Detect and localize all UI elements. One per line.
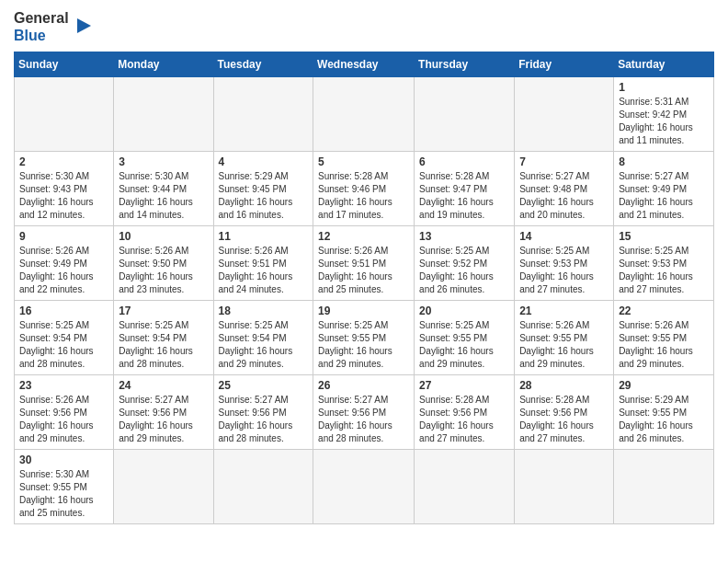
calendar-day-cell (415, 77, 515, 152)
weekday-header-row: SundayMondayTuesdayWednesdayThursdayFrid… (15, 52, 714, 77)
calendar-day-cell: 10Sunrise: 5:26 AM Sunset: 9:50 PM Dayli… (114, 226, 213, 301)
calendar-day-cell (313, 450, 415, 524)
day-info: Sunrise: 5:25 AM Sunset: 9:55 PM Dayligh… (318, 319, 409, 371)
day-info: Sunrise: 5:25 AM Sunset: 9:53 PM Dayligh… (519, 245, 609, 296)
calendar-day-cell: 30Sunrise: 5:30 AM Sunset: 9:55 PM Dayli… (15, 450, 114, 524)
day-info: Sunrise: 5:28 AM Sunset: 9:46 PM Dayligh… (318, 170, 409, 222)
calendar-day-cell: 24Sunrise: 5:27 AM Sunset: 9:56 PM Dayli… (114, 375, 213, 450)
day-number: 7 (519, 155, 609, 168)
day-number: 24 (119, 379, 208, 392)
calendar-day-cell: 3Sunrise: 5:30 AM Sunset: 9:44 PM Daylig… (114, 152, 213, 226)
day-number: 27 (419, 379, 509, 392)
calendar-week-row: 30Sunrise: 5:30 AM Sunset: 9:55 PM Dayli… (15, 450, 714, 524)
calendar-table: SundayMondayTuesdayWednesdayThursdayFrid… (14, 52, 714, 524)
day-number: 5 (318, 155, 409, 168)
calendar-day-cell: 12Sunrise: 5:26 AM Sunset: 9:51 PM Dayli… (313, 226, 415, 301)
calendar-week-row: 9Sunrise: 5:26 AM Sunset: 9:49 PM Daylig… (15, 226, 714, 301)
calendar-day-cell: 5Sunrise: 5:28 AM Sunset: 9:46 PM Daylig… (313, 152, 415, 226)
calendar-day-cell: 7Sunrise: 5:27 AM Sunset: 9:48 PM Daylig… (515, 152, 614, 226)
day-number: 17 (119, 304, 208, 317)
day-info: Sunrise: 5:27 AM Sunset: 9:49 PM Dayligh… (619, 170, 709, 222)
day-number: 19 (318, 304, 409, 317)
calendar-day-cell: 21Sunrise: 5:26 AM Sunset: 9:55 PM Dayli… (515, 301, 614, 375)
day-number: 29 (619, 379, 709, 392)
calendar-day-cell (515, 450, 614, 524)
calendar-day-cell (313, 77, 415, 152)
day-info: Sunrise: 5:26 AM Sunset: 9:49 PM Dayligh… (19, 245, 108, 296)
day-info: Sunrise: 5:28 AM Sunset: 9:47 PM Dayligh… (419, 170, 509, 222)
day-number: 8 (619, 155, 709, 168)
day-number: 9 (19, 230, 108, 243)
calendar-day-cell: 14Sunrise: 5:25 AM Sunset: 9:53 PM Dayli… (515, 226, 614, 301)
calendar-day-cell: 1Sunrise: 5:31 AM Sunset: 9:42 PM Daylig… (614, 77, 714, 152)
day-info: Sunrise: 5:30 AM Sunset: 9:44 PM Dayligh… (119, 170, 208, 222)
day-info: Sunrise: 5:27 AM Sunset: 9:56 PM Dayligh… (318, 394, 409, 445)
day-number: 6 (419, 155, 509, 168)
day-number: 30 (19, 454, 108, 466)
day-info: Sunrise: 5:27 AM Sunset: 9:48 PM Dayligh… (519, 170, 609, 222)
calendar-day-cell: 4Sunrise: 5:29 AM Sunset: 9:45 PM Daylig… (213, 152, 313, 226)
calendar-day-cell: 25Sunrise: 5:27 AM Sunset: 9:56 PM Dayli… (213, 375, 313, 450)
day-number: 20 (419, 304, 509, 317)
calendar-day-cell: 6Sunrise: 5:28 AM Sunset: 9:47 PM Daylig… (415, 152, 515, 226)
calendar-day-cell: 23Sunrise: 5:26 AM Sunset: 9:56 PM Dayli… (15, 375, 114, 450)
day-info: Sunrise: 5:26 AM Sunset: 9:51 PM Dayligh… (318, 245, 409, 296)
day-number: 1 (619, 81, 709, 94)
calendar-day-cell: 20Sunrise: 5:25 AM Sunset: 9:55 PM Dayli… (415, 301, 515, 375)
calendar-day-cell: 28Sunrise: 5:28 AM Sunset: 9:56 PM Dayli… (515, 375, 614, 450)
calendar-day-cell: 15Sunrise: 5:25 AM Sunset: 9:53 PM Dayli… (614, 226, 714, 301)
calendar-day-cell: 2Sunrise: 5:30 AM Sunset: 9:43 PM Daylig… (15, 152, 114, 226)
day-number: 18 (219, 304, 309, 317)
day-info: Sunrise: 5:25 AM Sunset: 9:54 PM Dayligh… (19, 319, 108, 371)
calendar-day-cell: 19Sunrise: 5:25 AM Sunset: 9:55 PM Dayli… (313, 301, 415, 375)
calendar-day-cell (114, 450, 213, 524)
weekday-header: Thursday (415, 52, 515, 77)
weekday-header: Sunday (15, 52, 114, 77)
weekday-header: Monday (114, 52, 213, 77)
day-number: 13 (419, 230, 509, 243)
weekday-header: Friday (515, 52, 614, 77)
calendar-day-cell (515, 77, 614, 152)
calendar-day-cell (213, 77, 313, 152)
calendar-day-cell (114, 77, 213, 152)
day-info: Sunrise: 5:28 AM Sunset: 9:56 PM Dayligh… (519, 394, 609, 445)
day-number: 23 (19, 379, 108, 392)
day-number: 3 (119, 155, 208, 168)
calendar-day-cell: 26Sunrise: 5:27 AM Sunset: 9:56 PM Dayli… (313, 375, 415, 450)
day-number: 4 (219, 155, 309, 168)
logo: GeneralBlue (14, 9, 91, 44)
calendar-day-cell (213, 450, 313, 524)
calendar-day-cell (15, 77, 114, 152)
day-number: 26 (318, 379, 409, 392)
weekday-header: Tuesday (213, 52, 313, 77)
calendar-day-cell: 17Sunrise: 5:25 AM Sunset: 9:54 PM Dayli… (114, 301, 213, 375)
day-info: Sunrise: 5:27 AM Sunset: 9:56 PM Dayligh… (119, 394, 208, 445)
day-info: Sunrise: 5:25 AM Sunset: 9:54 PM Dayligh… (219, 319, 309, 371)
day-number: 15 (619, 230, 709, 243)
day-info: Sunrise: 5:25 AM Sunset: 9:52 PM Dayligh… (419, 245, 509, 296)
svg-marker-0 (77, 18, 91, 33)
day-number: 10 (119, 230, 208, 243)
calendar-week-row: 16Sunrise: 5:25 AM Sunset: 9:54 PM Dayli… (15, 301, 714, 375)
weekday-header: Wednesday (313, 52, 415, 77)
day-info: Sunrise: 5:31 AM Sunset: 9:42 PM Dayligh… (619, 96, 709, 147)
day-number: 12 (318, 230, 409, 243)
calendar-day-cell (614, 450, 714, 524)
day-number: 11 (219, 230, 309, 243)
calendar-day-cell: 22Sunrise: 5:26 AM Sunset: 9:55 PM Dayli… (614, 301, 714, 375)
day-info: Sunrise: 5:26 AM Sunset: 9:51 PM Dayligh… (219, 245, 309, 296)
day-info: Sunrise: 5:30 AM Sunset: 9:55 PM Dayligh… (19, 468, 108, 520)
calendar-day-cell: 13Sunrise: 5:25 AM Sunset: 9:52 PM Dayli… (415, 226, 515, 301)
day-number: 22 (619, 304, 709, 317)
day-number: 25 (219, 379, 309, 392)
calendar-week-row: 23Sunrise: 5:26 AM Sunset: 9:56 PM Dayli… (15, 375, 714, 450)
page-header: GeneralBlue (14, 9, 714, 44)
day-number: 28 (519, 379, 609, 392)
weekday-header: Saturday (614, 52, 714, 77)
day-info: Sunrise: 5:29 AM Sunset: 9:45 PM Dayligh… (219, 170, 309, 222)
calendar-week-row: 1Sunrise: 5:31 AM Sunset: 9:42 PM Daylig… (15, 77, 714, 152)
day-info: Sunrise: 5:30 AM Sunset: 9:43 PM Dayligh… (19, 170, 108, 222)
calendar-day-cell: 9Sunrise: 5:26 AM Sunset: 9:49 PM Daylig… (15, 226, 114, 301)
day-info: Sunrise: 5:26 AM Sunset: 9:55 PM Dayligh… (619, 319, 709, 371)
day-info: Sunrise: 5:26 AM Sunset: 9:50 PM Dayligh… (119, 245, 208, 296)
